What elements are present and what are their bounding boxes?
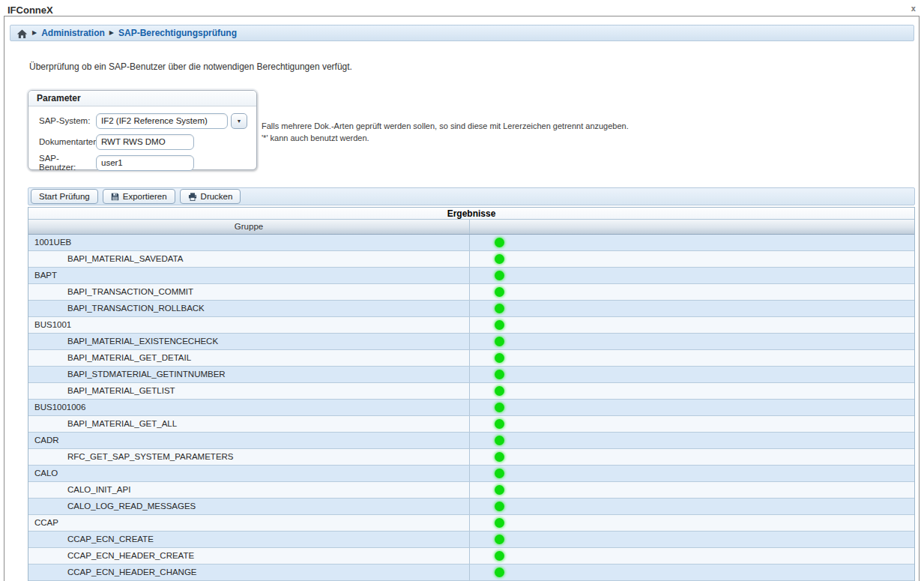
function-name: BAPI_TRANSACTION_COMMIT: [28, 284, 470, 300]
status-cell: [470, 449, 914, 465]
status-ok-dot: [495, 436, 504, 445]
table-row[interactable]: BAPI_TRANSACTION_COMMIT: [28, 284, 914, 301]
table-row[interactable]: CCAP_ECN_CREATE: [28, 532, 914, 548]
status-ok-dot: [495, 287, 504, 297]
group-name: 1001UEB: [28, 235, 470, 250]
status-cell: [470, 251, 914, 267]
chevron-down-icon[interactable]: ▼: [231, 113, 247, 129]
status-ok-dot: [495, 502, 504, 511]
table-row[interactable]: BUS1001006: [28, 400, 914, 416]
status-cell: [470, 301, 914, 316]
status-cell: [470, 350, 914, 366]
table-row[interactable]: CALO_LOG_READ_MESSAGES: [28, 499, 914, 515]
status-ok-dot: [495, 386, 504, 396]
function-name: BAPI_MATERIAL_GETLIST: [28, 383, 470, 399]
table-row[interactable]: 1001UEB: [28, 235, 914, 251]
action-toolbar: Start Prüfung Exportieren: [28, 187, 915, 205]
chevron-separator-icon: ▶: [109, 30, 114, 36]
status-cell: [470, 367, 914, 382]
function-name: BAPI_MATERIAL_EXISTENCECHECK: [28, 334, 470, 349]
status-ok-dot: [495, 568, 504, 577]
table-row[interactable]: BAPI_MATERIAL_SAVEDATA: [28, 251, 914, 268]
drucken-label: Drucken: [201, 192, 233, 201]
table-row[interactable]: CADR: [28, 433, 914, 449]
status-ok-dot: [495, 535, 504, 544]
status-cell: [470, 284, 914, 300]
function-name: BAPI_MATERIAL_GET_ALL: [28, 416, 470, 432]
parameter-panel-title: Parameter: [28, 91, 256, 106]
status-cell: [470, 400, 914, 415]
status-ok-dot: [495, 419, 504, 429]
sap-benutzer-label: SAP-Benutzer:: [39, 154, 96, 172]
sap-system-label: SAP-System:: [39, 116, 96, 125]
breadcrumb-item-administration[interactable]: Administration: [41, 28, 105, 38]
function-name: CALO_LOG_READ_MESSAGES: [28, 499, 470, 514]
results-title: Ergebnisse: [28, 208, 914, 220]
table-row[interactable]: BAPI_MATERIAL_GETLIST: [28, 383, 914, 400]
dokumentarten-input[interactable]: [96, 134, 194, 150]
function-name: RFC_GET_SAP_SYSTEM_PARAMETERS: [28, 449, 470, 465]
exportieren-button[interactable]: Exportieren: [103, 189, 175, 204]
group-name: BAPT: [28, 268, 470, 283]
table-row[interactable]: BAPT: [28, 268, 914, 284]
group-name: CCAP: [28, 515, 470, 531]
table-row[interactable]: RFC_GET_SAP_SYSTEM_PARAMETERS: [28, 449, 914, 466]
status-ok-dot: [495, 485, 504, 495]
results-table-body: 1001UEBBAPI_MATERIAL_SAVEDATABAPTBAPI_TR…: [28, 235, 914, 581]
table-row[interactable]: CCAP: [28, 515, 914, 532]
table-row[interactable]: BAPI_MATERIAL_GET_DETAIL: [28, 350, 914, 367]
group-name: CALO: [28, 466, 470, 481]
gruppe-column-header: Gruppe: [28, 220, 470, 234]
status-cell: [470, 416, 914, 432]
table-row[interactable]: BAPI_TRANSACTION_ROLLBACK: [28, 301, 914, 317]
function-name: CCAP_ECN_HEADER_CHANGE: [28, 565, 470, 580]
hint-text: Falls mehrere Dok.-Arten geprüft werden …: [262, 120, 629, 144]
app-title: IFConneX: [7, 4, 53, 16]
status-ok-dot: [495, 271, 504, 280]
status-cell: [470, 515, 914, 531]
function-name: BAPI_MATERIAL_SAVEDATA: [28, 251, 470, 267]
drucken-button[interactable]: Drucken: [180, 189, 241, 204]
printer-icon: [188, 193, 197, 201]
status-ok-dot: [495, 403, 504, 412]
status-cell: [470, 499, 914, 514]
main-frame: ▶ Administration ▶ SAP-Berechtigungsprüf…: [4, 16, 920, 581]
sap-system-select[interactable]: IF2 (IF2 Reference System): [96, 113, 228, 129]
status-cell: [470, 383, 914, 399]
table-row[interactable]: CALO_INIT_API: [28, 482, 914, 499]
parameter-panel: Parameter SAP-System: IF2 (IF2 Reference…: [28, 90, 257, 170]
status-ok-dot: [495, 304, 504, 313]
sap-benutzer-input[interactable]: [96, 155, 194, 171]
table-row[interactable]: CCAP_ECN_HEADER_CHANGE: [28, 565, 914, 581]
group-name: CADR: [28, 433, 470, 448]
status-ok-dot: [495, 337, 504, 346]
table-row[interactable]: BAPI_MATERIAL_EXISTENCECHECK: [28, 334, 914, 350]
start-pruefung-button[interactable]: Start Prüfung: [31, 189, 98, 204]
group-name: BUS1001: [28, 317, 470, 333]
table-row[interactable]: CCAP_ECN_HEADER_CREATE: [28, 548, 914, 565]
status-ok-dot: [495, 518, 504, 528]
table-row[interactable]: BAPI_STDMATERIAL_GETINTNUMBER: [28, 367, 914, 383]
table-row[interactable]: BUS1001: [28, 317, 914, 334]
exportieren-label: Exportieren: [123, 192, 167, 201]
hint-line-2: '*' kann auch benutzt werden.: [262, 132, 629, 144]
status-cell: [470, 565, 914, 580]
close-icon[interactable]: x: [911, 4, 916, 13]
group-name: BUS1001006: [28, 400, 470, 415]
function-name: BAPI_STDMATERIAL_GETINTNUMBER: [28, 367, 470, 382]
status-ok-dot: [495, 320, 504, 330]
status-cell: [470, 268, 914, 283]
table-row[interactable]: CALO: [28, 466, 914, 482]
breadcrumb-item-sap-berechtigungspruefung[interactable]: SAP-Berechtigungsprüfung: [118, 28, 237, 38]
status-ok-dot: [495, 254, 504, 264]
function-name: BAPI_TRANSACTION_ROLLBACK: [28, 301, 470, 316]
table-row[interactable]: BAPI_MATERIAL_GET_ALL: [28, 416, 914, 433]
page-description: Überprüfung ob ein SAP-Benutzer über die…: [29, 61, 352, 72]
status-ok-dot: [495, 353, 504, 363]
status-ok-dot: [495, 551, 504, 561]
start-pruefung-label: Start Prüfung: [39, 192, 90, 201]
home-icon[interactable]: [16, 28, 28, 38]
status-cell: [470, 235, 914, 250]
status-column-header: [470, 220, 914, 234]
status-cell: [470, 466, 914, 481]
